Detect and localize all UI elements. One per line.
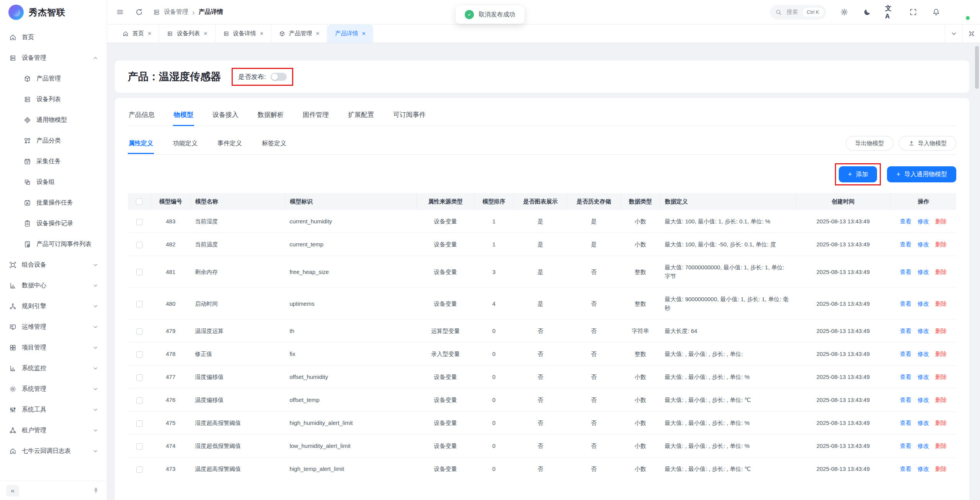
view-link[interactable]: 查看 (900, 351, 911, 357)
sidebar-item-tenant-mgmt[interactable]: 租户管理 (0, 420, 107, 441)
detail-tab-1[interactable]: 产品信息 (128, 105, 155, 126)
sidebar-item-ops-mgmt[interactable]: 运维管理 (0, 316, 107, 337)
sidebar-item-qiniu-log[interactable]: 七牛云回调日志表 (0, 441, 107, 461)
edit-link[interactable]: 修改 (918, 241, 929, 248)
model-tab-3[interactable]: 事件定义 (217, 137, 243, 154)
workspace-tab-4[interactable]: 产品管理× (271, 25, 327, 43)
dark-mode-button[interactable] (862, 7, 872, 17)
row-checkbox[interactable] (136, 351, 143, 358)
delete-link[interactable]: 删除 (935, 269, 947, 275)
workspace-tab-5[interactable]: 产品详情× (327, 25, 373, 43)
detail-tab-4[interactable]: 数据解析 (257, 105, 284, 126)
delete-link[interactable]: 删除 (935, 328, 947, 334)
refresh-button[interactable] (134, 7, 144, 17)
breadcrumb-section[interactable]: 设备管理 (164, 8, 188, 16)
sidebar-pin-button[interactable] (91, 486, 101, 496)
edit-link[interactable]: 修改 (918, 443, 929, 449)
tabs-menu-button[interactable] (945, 25, 962, 43)
view-link[interactable]: 查看 (900, 300, 911, 307)
edit-link[interactable]: 修改 (918, 466, 929, 472)
sidebar-item-data-center[interactable]: 数据中心 (0, 275, 107, 296)
close-tab-icon[interactable]: × (260, 31, 263, 37)
sidebar-item-common-model[interactable]: 通用物模型 (0, 110, 107, 130)
detail-tab-2[interactable]: 物模型 (173, 105, 194, 126)
edit-link[interactable]: 修改 (918, 351, 929, 357)
detail-tab-5[interactable]: 固件管理 (302, 105, 330, 126)
view-link[interactable]: 查看 (900, 269, 911, 275)
language-button[interactable]: 文A (885, 7, 895, 17)
sidebar-item-collect-task[interactable]: 采集任务 (0, 151, 107, 172)
select-all-checkbox[interactable] (136, 198, 142, 205)
delete-link[interactable]: 删除 (935, 397, 947, 403)
publish-toggle[interactable] (271, 73, 287, 81)
model-tab-1[interactable]: 属性定义 (128, 137, 154, 154)
view-link[interactable]: 查看 (900, 328, 911, 334)
sidebar-item-sys-monitor[interactable]: 系统监控 (0, 358, 107, 379)
row-checkbox[interactable] (136, 420, 143, 427)
sidebar-item-product-sub-events[interactable]: 产品可订阅事件列表 (0, 234, 107, 254)
sidebar-item-device-op-log[interactable]: 设备操作记录 (0, 213, 107, 234)
edit-link[interactable]: 修改 (918, 328, 929, 334)
sidebar-item-batch-task[interactable]: 批量操作任务 (0, 192, 107, 213)
row-checkbox[interactable] (136, 219, 143, 225)
settings-button[interactable] (839, 7, 849, 17)
view-link[interactable]: 查看 (900, 374, 911, 380)
row-checkbox[interactable] (136, 301, 143, 307)
sidebar-item-home[interactable]: 首页 (0, 27, 107, 48)
sidebar-item-product-category[interactable]: 产品分类 (0, 130, 107, 151)
detail-tab-3[interactable]: 设备接入 (212, 105, 239, 126)
edit-link[interactable]: 修改 (918, 218, 929, 225)
sidebar-item-device-list[interactable]: 设备列表 (0, 89, 107, 110)
view-link[interactable]: 查看 (900, 466, 911, 472)
vertical-scrollbar-thumb[interactable] (975, 46, 979, 89)
sidebar-collapse-button[interactable]: « (6, 485, 19, 497)
import-model-button[interactable]: 导入物模型 (899, 136, 956, 151)
sidebar-item-device-mgmt[interactable]: 设备管理 (0, 48, 107, 68)
row-checkbox[interactable] (136, 466, 143, 473)
view-link[interactable]: 查看 (900, 420, 911, 426)
edit-link[interactable]: 修改 (918, 269, 929, 275)
import-common-model-button[interactable]: +导入通用物模型 (887, 166, 956, 182)
edit-link[interactable]: 修改 (918, 300, 929, 307)
delete-link[interactable]: 删除 (935, 218, 947, 225)
sidebar-toggle-button[interactable] (115, 7, 125, 17)
delete-link[interactable]: 删除 (935, 466, 947, 472)
model-tab-2[interactable]: 功能定义 (172, 137, 198, 154)
row-checkbox[interactable] (136, 443, 143, 450)
view-link[interactable]: 查看 (900, 397, 911, 403)
export-model-button[interactable]: 导出物模型 (846, 136, 893, 151)
model-tab-4[interactable]: 标签定义 (261, 137, 287, 154)
close-tab-icon[interactable]: × (316, 31, 319, 37)
view-link[interactable]: 查看 (900, 218, 911, 225)
close-tab-icon[interactable]: × (148, 31, 151, 37)
fullscreen-button[interactable] (908, 7, 918, 17)
sidebar-item-project-mgmt[interactable]: 项目管理 (0, 337, 107, 358)
delete-link[interactable]: 删除 (935, 420, 947, 426)
sidebar-item-sys-mgmt[interactable]: 系统管理 (0, 379, 107, 399)
sidebar-item-composite-device[interactable]: 组合设备 (0, 254, 107, 275)
sidebar-item-device-group[interactable]: 设备组 (0, 172, 107, 192)
view-link[interactable]: 查看 (900, 241, 911, 248)
workspace-tab-3[interactable]: 设备详情× (216, 25, 271, 43)
delete-link[interactable]: 删除 (935, 351, 947, 357)
delete-link[interactable]: 删除 (935, 443, 947, 449)
sidebar-item-sys-tools[interactable]: 系统工具 (0, 399, 107, 420)
detail-tab-7[interactable]: 可订阅事件 (392, 105, 426, 126)
row-checkbox[interactable] (136, 242, 143, 248)
sidebar-item-product-mgmt[interactable]: 产品管理 (0, 68, 107, 89)
close-tab-icon[interactable]: × (362, 31, 365, 37)
global-search[interactable]: 搜索 Ctrl K (770, 5, 826, 20)
row-checkbox[interactable] (136, 328, 143, 335)
content-fullscreen-button[interactable] (962, 25, 980, 43)
edit-link[interactable]: 修改 (918, 374, 929, 380)
row-checkbox[interactable] (136, 269, 143, 275)
row-checkbox[interactable] (136, 397, 143, 404)
workspace-tab-1[interactable]: 首页× (115, 25, 159, 43)
close-tab-icon[interactable]: × (204, 31, 207, 37)
delete-link[interactable]: 删除 (935, 241, 947, 248)
row-checkbox[interactable] (136, 374, 143, 381)
detail-tab-6[interactable]: 扩展配置 (347, 105, 375, 126)
sidebar-item-rule-engine[interactable]: 规则引擎 (0, 296, 107, 316)
add-button[interactable]: +添加 (839, 166, 877, 182)
edit-link[interactable]: 修改 (918, 397, 929, 403)
